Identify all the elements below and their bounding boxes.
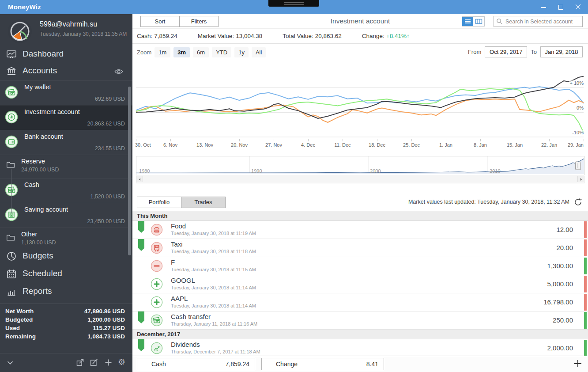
sidebar-scrollbar[interactable] [128, 87, 131, 255]
navigator-scrollbar[interactable] [136, 176, 584, 183]
sidebar-item-scheduled[interactable]: Scheduled [0, 266, 132, 283]
tab-trades[interactable]: Trades [181, 197, 225, 208]
gear-icon[interactable]: ⚙ [118, 357, 127, 366]
market-updated-text: Market values last updated: Tuesday, Jan… [408, 199, 569, 205]
navigator-year-label: 2000 [370, 168, 381, 174]
chevron-down-icon[interactable] [5, 358, 15, 368]
summary-panel: Net Worth47,890.86 USDBudgeted1,200.00 U… [0, 307, 132, 342]
account-amount: 23,450.00 USD [87, 218, 125, 224]
transaction-row[interactable]: Taxi Tuesday, January 30, 2018 at 11:18 … [132, 239, 588, 257]
zoom-range-3m[interactable]: 3m [173, 47, 190, 57]
plus-icon [151, 278, 163, 292]
x-axis-label: 11. Dec [334, 142, 351, 148]
change-field[interactable]: Change 8.41 [261, 358, 384, 370]
dividends-icon [151, 342, 163, 356]
transaction-amount: 20.00 [556, 244, 573, 251]
refresh-icon[interactable] [573, 197, 583, 207]
x-axis-label: 1. Jan [439, 142, 452, 148]
to-date-input[interactable]: Jan 29, 2018 [540, 46, 583, 57]
sidebar-account-row[interactable]: Saving account 23,450.00 USD [0, 203, 132, 228]
user-section[interactable]: 599a@vahrmih.su Tuesday, January 30, 201… [0, 14, 132, 47]
performance-chart[interactable]: + 10%0%-10% [132, 61, 588, 139]
x-axis-tick [205, 139, 205, 141]
zoom-range-6m[interactable]: 6m [193, 47, 209, 57]
divider [0, 304, 132, 304]
amount-strip [584, 340, 587, 356]
summary-row: Used115.27 USD [0, 324, 132, 333]
tab-portfolio[interactable]: Portfolio [137, 197, 181, 208]
export-icon[interactable] [75, 358, 85, 367]
search-input[interactable] [505, 17, 581, 26]
account-amount: 1,130.00 USD [21, 239, 56, 246]
transaction-date: Tuesday, January 30, 2018 at 11:14 AM [171, 303, 256, 308]
minimize-button[interactable] [541, 4, 547, 10]
amount-strip [584, 312, 587, 329]
scroll-right-arrow-icon[interactable] [577, 176, 584, 182]
amount-strip [584, 239, 587, 256]
transactions-list: This Month Food Tuesday, January 30, 201… [132, 211, 588, 356]
from-date-input[interactable]: Oct 29, 2017 [485, 46, 527, 57]
sidebar-item-dashboard[interactable]: Dashboard [0, 47, 132, 64]
transaction-row[interactable]: F Tuesday, January 30, 2018 at 11:15 AM … [132, 257, 588, 275]
transaction-row[interactable]: GOOGL Tuesday, January 30, 2018 at 11:14… [132, 275, 588, 293]
list-view-icon[interactable] [462, 17, 473, 26]
account-tree-line [11, 169, 11, 213]
edit-icon[interactable] [90, 358, 99, 367]
chart-navigator[interactable]: 1980199020002010 [136, 156, 584, 175]
y-axis-label: -10% [571, 130, 584, 135]
wallet-icon [5, 135, 18, 150]
zoom-range-1y[interactable]: 1y [234, 47, 249, 57]
transaction-row[interactable]: Dividends Thursday, December 7, 2017 at … [132, 339, 588, 356]
account-amount: 20,863.62 USD [87, 121, 125, 127]
sidebar-account-row[interactable]: Other 1,130.00 USD [0, 228, 132, 248]
view-toggle [462, 16, 485, 27]
sidebar-account-row[interactable]: Reserve 24,970.00 USD [0, 155, 132, 178]
add-transaction-button[interactable] [572, 358, 584, 369]
navigator-handle[interactable] [575, 162, 581, 170]
user-date: Tuesday, January 30, 2018 11:35 AM [40, 31, 127, 37]
sidebar-item-accounts[interactable]: Accounts [0, 64, 132, 80]
sidebar-account-row[interactable]: Cash 1,520.00 USD [0, 178, 132, 203]
maximize-button[interactable] [558, 4, 564, 10]
cash-field[interactable]: Cash 7,859.24 [137, 358, 255, 370]
sidebar-item-budgets[interactable]: Budgets [0, 248, 132, 266]
transaction-title: F [171, 258, 175, 266]
transaction-title: Cash transfer [171, 313, 211, 320]
column-view-icon[interactable] [473, 17, 484, 26]
transaction-row[interactable]: Cash transfer Thursday, January 11, 2018… [132, 311, 588, 330]
x-axis-label: 4. Dec [301, 142, 315, 148]
transaction-date: Tuesday, January 30, 2018 at 11:14 AM [171, 285, 256, 290]
amount-strip [584, 258, 587, 274]
avatar[interactable] [7, 19, 33, 44]
scroll-left-arrow-icon[interactable] [136, 176, 143, 182]
eye-icon[interactable] [114, 67, 124, 76]
add-icon[interactable] [104, 358, 113, 367]
transaction-row[interactable]: Food Tuesday, January 30, 2018 at 11:19 … [132, 221, 588, 239]
sidebar-account-row[interactable]: Bank account 234.55 USD [0, 130, 132, 155]
account-name: My wallet [24, 84, 51, 91]
x-axis-label: 30. Oct [135, 142, 151, 148]
y-axis-label: + 10% [569, 80, 585, 86]
search-box [494, 16, 583, 27]
sidebar-account-row[interactable]: Investment account 20,863.62 USD [0, 105, 132, 130]
portfolio-trades-bar: Portfolio Trades Market values last upda… [132, 195, 588, 211]
account-amount: 692.69 USD [95, 96, 125, 102]
bookmark-flag-icon [138, 221, 144, 233]
from-label: From [468, 49, 481, 55]
close-button[interactable] [575, 4, 581, 10]
x-axis-tick [549, 139, 550, 141]
zoom-range-ytd[interactable]: YTD [212, 47, 231, 57]
transaction-row[interactable]: AAPL Tuesday, January 30, 2018 at 11:14 … [132, 293, 588, 311]
sidebar-account-row[interactable]: My wallet 692.69 USD [0, 80, 132, 105]
y-axis-label: 0% [576, 105, 584, 110]
titlebar: MoneyWiz [0, 0, 588, 14]
zoom-range-1m[interactable]: 1m [155, 47, 170, 57]
chart-x-axis: 30. Oct6. Nov13. Nov20. Nov27. Nov4. Dec… [132, 139, 588, 151]
x-axis-label: 22. Jan [541, 142, 557, 148]
pie-icon [6, 251, 17, 262]
zoom-range-all[interactable]: All [252, 47, 266, 57]
sidebar-item-reports[interactable]: Reports [0, 283, 132, 301]
transaction-date: Tuesday, January 30, 2018 at 11:18 AM [171, 249, 256, 254]
transaction-amount: 12.00 [556, 226, 573, 233]
x-axis-tick [170, 139, 171, 141]
